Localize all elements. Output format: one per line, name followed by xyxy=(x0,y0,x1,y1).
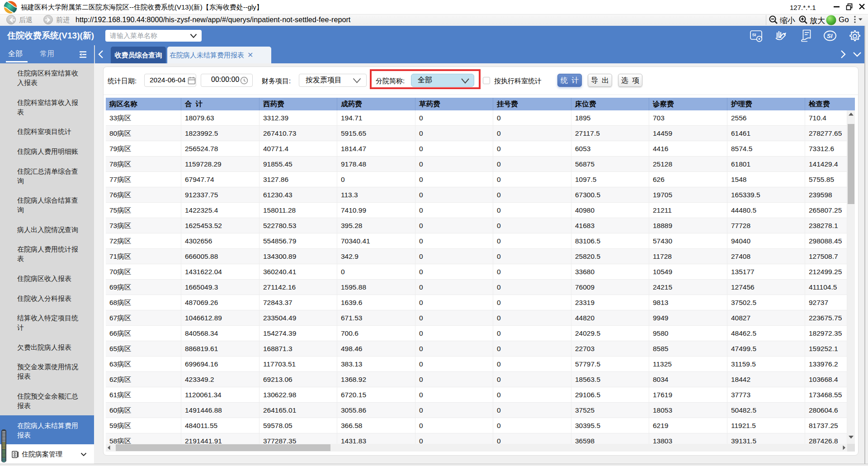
svg-text:SI: SI xyxy=(752,32,756,37)
svg-text:SI: SI xyxy=(827,33,833,39)
